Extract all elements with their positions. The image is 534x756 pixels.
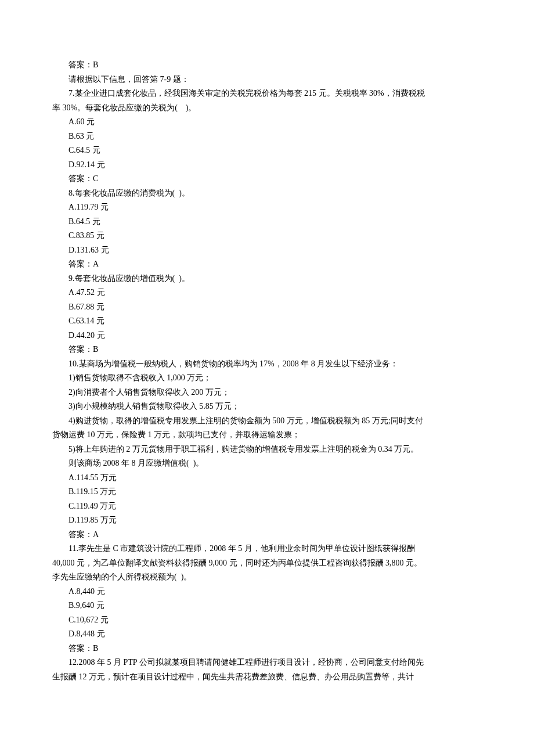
text-line: 答案：A (52, 257, 482, 272)
text-line: 12.2008 年 5 月 PTP 公司拟就某项目聘请闻健雄工程师进行项目设计，… (52, 656, 482, 670)
text-line: 则该商场 2008 年 8 月应缴增值税( )。 (52, 456, 482, 471)
text-line: 答案：B (52, 58, 482, 73)
text-line: C.119.49 万元 (52, 499, 482, 514)
text-line: 生报酬 12 万元，预计在项目设计过程中，闻先生共需花费差旅费、信息费、办公用品… (52, 670, 482, 685)
text-line: 2)向消费者个人销售货物取得收入 200 万元； (52, 386, 482, 400)
text-line: 货物运费 10 万元，保险费 1 万元，款项均已支付，并取得运输发票； (52, 428, 482, 442)
text-line: 8.每套化妆品应缴的消费税为( )。 (52, 186, 482, 201)
text-line: 10.某商场为增值税一般纳税人，购销货物的税率均为 17%，2008 年 8 月… (52, 357, 482, 372)
text-line: 5)将上年购进的 2 万元货物用于职工福利，购进货物的增值税专用发票上注明的税金… (52, 442, 482, 457)
text-line: D.131.63 元 (52, 243, 482, 258)
text-line: C.10,672 元 (52, 613, 482, 628)
text-line: C.64.5 元 (52, 143, 482, 158)
text-line: 答案：A (52, 528, 482, 542)
text-line: 4)购进货物，取得的增值税专用发票上注明的货物金额为 500 万元，增值税税额为… (52, 414, 482, 429)
text-line: D.8,448 元 (52, 627, 482, 642)
text-line: B.64.5 元 (52, 215, 482, 229)
text-line: 7.某企业进口成套化妆品，经我国海关审定的关税完税价格为每套 215 元。关税税… (52, 87, 482, 101)
text-line: A.47.52 元 (52, 286, 482, 300)
text-line: A.8,440 元 (52, 585, 482, 599)
text-line: D.92.14 元 (52, 158, 482, 172)
text-line: 率 30%。每套化妆品应缴的关税为( )。 (52, 101, 482, 116)
text-line: 1)销售货物取得不含税收入 1,000 万元； (52, 371, 482, 386)
text-line: 答案：C (52, 172, 482, 186)
text-line: 40,000 元，为乙单位翻译文献资料获得报酬 9,000 元，同时还为丙单位提… (52, 556, 482, 571)
text-line: 9.每套化妆品应缴的增值税为( )。 (52, 272, 482, 286)
text-line: 11.李先生是 C 市建筑设计院的工程师，2008 年 5 月，他利用业余时间为… (52, 542, 482, 556)
text-line: B.63 元 (52, 129, 482, 144)
text-line: B.119.15 万元 (52, 485, 482, 499)
text-line: A.119.79 元 (52, 200, 482, 215)
text-line: A.114.55 万元 (52, 471, 482, 485)
text-line: 李先生应缴纳的个人所得税税额为( )。 (52, 570, 482, 585)
text-line: C.63.14 元 (52, 314, 482, 329)
text-line: B.9,640 元 (52, 599, 482, 613)
text-line: 答案：B (52, 642, 482, 656)
text-line: 答案：B (52, 343, 482, 357)
text-line: A.60 元 (52, 115, 482, 129)
text-line: 请根据以下信息，回答第 7-9 题： (52, 73, 482, 87)
text-line: 3)向小规模纳税人销售货物取得收入 5.85 万元； (52, 399, 482, 414)
text-line: B.67.88 元 (52, 300, 482, 315)
text-line: D.119.85 万元 (52, 513, 482, 528)
document-body: 答案：B请根据以下信息，回答第 7-9 题：7.某企业进口成套化妆品，经我国海关… (52, 58, 482, 684)
text-line: D.44.20 元 (52, 329, 482, 343)
text-line: C.83.85 元 (52, 229, 482, 243)
